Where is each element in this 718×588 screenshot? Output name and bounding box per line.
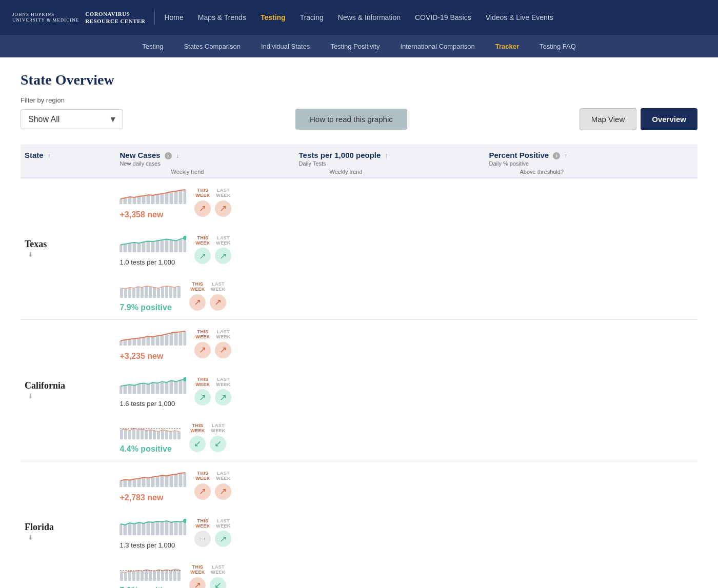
new-cases-value: +3,235 new xyxy=(119,352,186,361)
svg-rect-87 xyxy=(161,430,164,439)
tests-last-week-col: LASTWEEK ↗ xyxy=(215,519,231,548)
svg-rect-50 xyxy=(137,338,141,346)
tests-week-badges: THISWEEK ↗ LASTWEEK ↗ xyxy=(194,377,231,406)
nav-videos[interactable]: Videos & Live Events xyxy=(486,13,553,22)
table-row: California ⬇ +3,235 new THISWEEK ↗ LASTW… xyxy=(21,320,697,461)
svg-rect-11 xyxy=(170,192,173,204)
tests-last-week-label: LASTWEEK xyxy=(216,519,230,529)
svg-rect-132 xyxy=(153,571,156,581)
controls-row: Show All Northeast South Midwest West ▼ … xyxy=(21,108,697,130)
sec-nav-testing[interactable]: Testing xyxy=(132,35,173,57)
sec-nav-states-comparison[interactable]: States Comparison xyxy=(173,35,251,57)
svg-rect-23 xyxy=(156,241,159,252)
svg-rect-75 xyxy=(184,379,187,394)
view-buttons: Map View Overview xyxy=(580,108,697,130)
nav-maps[interactable]: Maps & Trends xyxy=(198,13,246,22)
top-nav: JOHNS HOPKINS UNIVERSITY & MEDICINE CORO… xyxy=(0,0,718,35)
region-select-wrapper: Show All Northeast South Midwest West ▼ xyxy=(21,109,123,129)
svg-rect-44 xyxy=(173,288,176,298)
svg-rect-4 xyxy=(137,196,141,204)
tests-cell: 1.3 tests per 1,000 THISWEEK → LASTWEEK … xyxy=(115,510,294,556)
svg-rect-36 xyxy=(141,288,144,298)
svg-rect-55 xyxy=(161,335,164,346)
sec-nav-testing-positivity[interactable]: Testing Positivity xyxy=(320,35,390,57)
svg-rect-84 xyxy=(149,430,152,439)
svg-rect-113 xyxy=(142,523,146,535)
svg-rect-97 xyxy=(137,478,141,487)
svg-rect-56 xyxy=(165,334,169,346)
svg-rect-20 xyxy=(142,242,146,252)
sec-nav-tracker[interactable]: Tracker xyxy=(485,35,529,57)
svg-rect-26 xyxy=(170,240,173,252)
new-cases-chart: +3,235 new xyxy=(119,327,186,361)
table-row: Florida ⬇ +2,783 new THISWEEK ↗ LASTWEEK… xyxy=(21,461,697,588)
svg-rect-108 xyxy=(119,524,123,535)
nav-home[interactable]: Home xyxy=(164,13,183,22)
last-week-label: LASTWEEK xyxy=(216,188,230,198)
tests-sort-icon[interactable]: ↑ xyxy=(385,152,388,159)
svg-rect-49 xyxy=(133,339,136,346)
nav-tracing[interactable]: Tracing xyxy=(300,13,324,22)
col-header-tests-sub: Daily Tests xyxy=(299,160,481,167)
sec-nav-individual-states[interactable]: Individual States xyxy=(251,35,320,57)
svg-rect-104 xyxy=(170,475,173,487)
new-cases-sort-icon[interactable]: ↓ xyxy=(176,152,179,159)
download-icon[interactable]: ⬇ xyxy=(28,534,33,541)
table-header-row: State ↑ New Cases i ↓ New daily cases We… xyxy=(21,145,697,178)
tests-this-week-label: THISWEEK xyxy=(195,377,210,388)
svg-rect-77 xyxy=(120,430,123,439)
svg-rect-7 xyxy=(151,195,155,204)
nav-testing[interactable]: Testing xyxy=(261,13,286,22)
last-week-col: LASTWEEK ↗ xyxy=(215,330,231,358)
svg-rect-9 xyxy=(161,194,164,204)
map-view-button[interactable]: Map View xyxy=(580,108,637,130)
svg-rect-1 xyxy=(124,198,127,204)
svg-rect-120 xyxy=(174,521,178,535)
svg-rect-3 xyxy=(133,197,136,204)
pct-last-week-col: LASTWEEK ↙ xyxy=(210,423,226,452)
this-week-label: THISWEEK xyxy=(195,330,210,340)
new-cases-info-icon[interactable]: i xyxy=(165,152,172,159)
svg-rect-29 xyxy=(184,238,187,252)
new-cases-value: +3,358 new xyxy=(119,210,186,219)
pct-info-icon[interactable]: i xyxy=(553,152,560,159)
nav-covid-basics[interactable]: COVID-19 Basics xyxy=(415,13,471,22)
svg-rect-90 xyxy=(173,431,176,439)
overview-button[interactable]: Overview xyxy=(641,108,697,130)
sec-nav-faq[interactable]: Testing FAQ xyxy=(529,35,586,57)
state-sort-icon[interactable]: ↑ xyxy=(48,152,51,159)
nav-news[interactable]: News & Information xyxy=(338,13,401,22)
svg-rect-67 xyxy=(147,384,150,394)
svg-rect-103 xyxy=(165,476,169,487)
svg-rect-64 xyxy=(133,386,136,394)
arrow-badge: → xyxy=(194,531,211,547)
svg-rect-68 xyxy=(151,382,155,394)
how-to-button[interactable]: How to read this graphic xyxy=(295,109,407,130)
pct-last-week-col: LASTWEEK ↙ xyxy=(210,565,226,588)
region-select[interactable]: Show All Northeast South Midwest West xyxy=(21,109,123,129)
arrow-badge: ↗ xyxy=(215,531,231,547)
arrow-badge: ↗ xyxy=(194,389,211,405)
svg-rect-21 xyxy=(147,241,150,252)
state-name-cell: California ⬇ xyxy=(21,320,115,461)
svg-rect-119 xyxy=(170,522,173,535)
pct-cell: 4.4% positive THISWEEK ↙ LASTWEEK ↙ xyxy=(115,415,294,461)
main-content: State Overview Filter by region Show All… xyxy=(0,57,718,588)
sec-nav-international[interactable]: International Comparison xyxy=(390,35,485,57)
arrow-badge: ↗ xyxy=(210,294,226,311)
svg-rect-48 xyxy=(128,339,132,346)
pct-sort-icon[interactable]: ↑ xyxy=(565,152,568,159)
arrow-badge: ↙ xyxy=(210,577,226,588)
download-icon[interactable]: ⬇ xyxy=(28,392,33,400)
tests-this-week-col: THISWEEK ↗ xyxy=(194,377,211,406)
svg-rect-6 xyxy=(147,195,150,204)
pct-last-week-label: LASTWEEK xyxy=(211,423,225,434)
svg-rect-28 xyxy=(179,239,183,252)
svg-rect-22 xyxy=(151,241,155,252)
this-week-col: THISWEEK ↗ xyxy=(194,188,211,217)
svg-rect-93 xyxy=(119,481,123,487)
col-header-weekly-trend: Weekly trend xyxy=(171,169,204,175)
download-icon[interactable]: ⬇ xyxy=(28,251,33,258)
pct-positive-value: 7.9% positive xyxy=(119,303,181,312)
svg-rect-12 xyxy=(174,191,178,204)
